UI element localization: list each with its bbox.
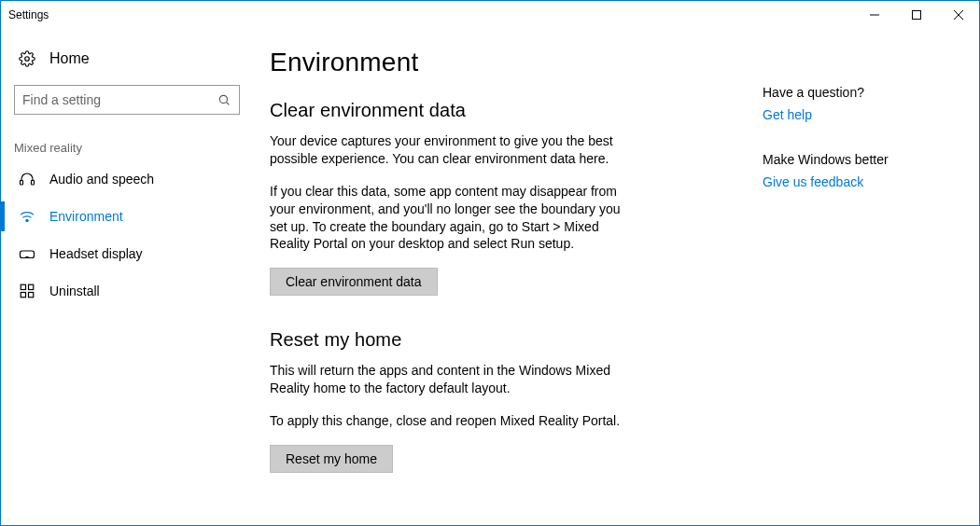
svg-rect-10: [21, 293, 25, 298]
svg-rect-9: [29, 284, 34, 289]
section-text: Your device captures your environment to…: [270, 132, 624, 168]
get-help-link[interactable]: Get help: [763, 107, 960, 122]
window-title: Settings: [8, 8, 49, 21]
maximize-icon: [912, 10, 921, 20]
sidebar-item-label: Audio and speech: [49, 172, 154, 187]
content-column: Environment Clear environment data Your …: [270, 48, 755, 525]
feedback-heading: Make Windows better: [763, 152, 960, 167]
reset-my-home-button[interactable]: Reset my home: [270, 445, 393, 473]
search-box[interactable]: [14, 85, 240, 115]
svg-line-3: [227, 103, 230, 105]
section-heading-reset-home: Reset my home: [270, 329, 755, 351]
section-text: If you clear this data, some app content…: [270, 183, 624, 254]
clear-environment-data-button[interactable]: Clear environment data: [270, 268, 438, 296]
gear-icon: [18, 49, 36, 68]
help-heading: Have a question?: [763, 85, 960, 100]
search-input[interactable]: [22, 92, 217, 107]
settings-window: Settings Home Mixed: [0, 0, 980, 526]
close-button[interactable]: [937, 1, 979, 29]
maximize-button[interactable]: [895, 1, 937, 29]
category-label: Mixed reality: [1, 115, 253, 160]
svg-rect-8: [21, 284, 25, 289]
home-label: Home: [49, 50, 90, 67]
svg-point-2: [219, 95, 227, 103]
window-body: Home Mixed reality Audio and speech: [1, 29, 979, 525]
section-heading-clear-env: Clear environment data: [270, 100, 755, 121]
page-title: Environment: [270, 48, 755, 77]
close-icon: [954, 10, 963, 20]
sidebar-item-environment[interactable]: Environment: [1, 198, 253, 235]
minimize-icon: [870, 10, 879, 20]
search-icon: [217, 92, 231, 107]
uninstall-icon: [18, 282, 36, 300]
sidebar-item-label: Uninstall: [49, 284, 100, 298]
vr-headset-icon: [18, 244, 36, 263]
svg-rect-5: [32, 181, 35, 186]
svg-rect-4: [21, 181, 23, 186]
sidebar-item-uninstall[interactable]: Uninstall: [1, 272, 253, 310]
sidebar: Home Mixed reality Audio and speech: [1, 29, 253, 525]
titlebar: Settings: [1, 1, 979, 29]
minimize-button[interactable]: [853, 1, 895, 29]
environment-icon: [18, 207, 36, 226]
help-group-question: Have a question? Get help: [763, 85, 960, 122]
main-area: Environment Clear environment data Your …: [253, 29, 979, 525]
svg-point-1: [25, 57, 30, 62]
sidebar-item-label: Headset display: [49, 246, 143, 261]
home-nav[interactable]: Home: [1, 42, 253, 79]
svg-rect-0: [912, 11, 920, 20]
svg-point-6: [26, 219, 28, 221]
sidebar-item-headset-display[interactable]: Headset display: [1, 235, 253, 272]
help-column: Have a question? Get help Make Windows b…: [755, 48, 960, 525]
sidebar-item-audio-and-speech[interactable]: Audio and speech: [1, 160, 253, 198]
give-feedback-link[interactable]: Give us feedback: [763, 174, 960, 189]
section-text: This will return the apps and content in…: [270, 362, 624, 397]
svg-rect-11: [29, 293, 34, 298]
headset-icon: [18, 170, 36, 188]
help-group-feedback: Make Windows better Give us feedback: [763, 152, 960, 189]
sidebar-item-label: Environment: [49, 209, 123, 224]
section-text: To apply this change, close and reopen M…: [270, 412, 624, 430]
